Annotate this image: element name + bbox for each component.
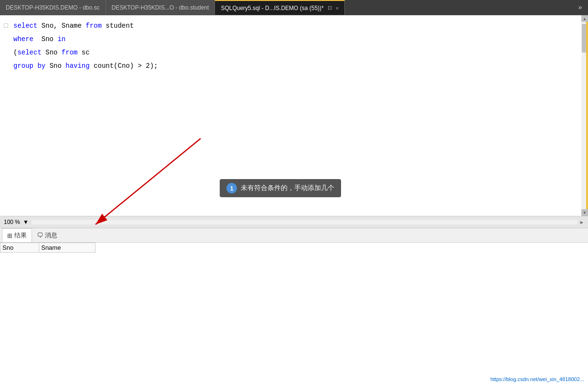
results-area[interactable]: Sno Sname	[0, 243, 588, 383]
results-section: ⊞ 结果 🗨 消息 Sno Sname	[0, 228, 588, 383]
messages-tab-label: 消息	[45, 231, 57, 240]
scrollbar-track	[581, 22, 588, 209]
code-line-2: where Sno in	[4, 32, 581, 46]
tab-close-icon[interactable]: ⊡	[328, 5, 332, 11]
tab-student-label: DESKTOP-H35KDIS...O - dbo.student	[112, 4, 209, 11]
tab-student[interactable]: DESKTOP-H35KDIS...O - dbo.student	[106, 0, 215, 15]
tab-pin-icon[interactable]: ×	[336, 5, 339, 11]
results-tab-label: 结果	[14, 231, 27, 240]
zoom-dropdown-arrow[interactable]: ▼	[22, 219, 30, 225]
zoom-label: 100 %	[4, 219, 20, 225]
code-line-4: group by Sno having count(Cno) > 2);	[4, 59, 581, 73]
results-tab-bar: ⊞ 结果 🗨 消息	[0, 228, 588, 243]
tab-messages[interactable]: 🗨 消息	[32, 228, 62, 242]
gutter-1: □	[4, 19, 13, 32]
main-window: DESKTOP-H35KDIS.DEMO - dbo.sc DESKTOP-H3…	[0, 0, 588, 383]
tab-bar-right: »	[577, 4, 588, 11]
yellow-bar	[586, 22, 588, 209]
horizontal-scrollbar[interactable]	[32, 220, 577, 224]
annotation-badge: 1	[226, 183, 237, 193]
tab-scroll-right-icon[interactable]: »	[577, 4, 584, 11]
gutter-4	[4, 59, 13, 73]
gutter-3	[4, 46, 13, 59]
tab-sqlquery-label: SQLQuery5.sql - D...IS.DEMO (sa (55))*	[221, 5, 323, 11]
tab-bar: DESKTOP-H35KDIS.DEMO - dbo.sc DESKTOP-H3…	[0, 0, 588, 15]
editor-scrollbar: ▲ ▼	[581, 15, 588, 216]
code-line-1: □ select Sno, Sname from student	[4, 19, 581, 32]
table-header-row: Sno Sname	[0, 243, 96, 253]
tab-results[interactable]: ⊞ 结果	[2, 228, 32, 242]
status-bar: 100 % ▼ ►	[0, 216, 588, 228]
scrollbar-up-arrow[interactable]: ▲	[581, 15, 588, 22]
tab-sc-label: DESKTOP-H35KDIS.DEMO - dbo.sc	[6, 4, 100, 11]
hscroll-right-icon[interactable]: ►	[579, 220, 584, 225]
tab-sqlquery[interactable]: SQLQuery5.sql - D...IS.DEMO (sa (55))* ⊡…	[215, 0, 345, 15]
col-sno: Sno	[0, 243, 39, 253]
code-line-3: (select Sno from sc	[4, 46, 581, 59]
col-sname: Sname	[39, 243, 96, 253]
annotation-text: 未有符合条件的，手动添加几个	[241, 184, 334, 192]
results-table: Sno Sname	[0, 243, 96, 253]
scrollbar-down-arrow[interactable]: ▼	[581, 209, 588, 216]
annotation-tooltip: 1 未有符合条件的，手动添加几个	[220, 179, 341, 197]
grid-icon: ⊞	[7, 232, 12, 239]
gutter-2	[4, 32, 13, 46]
tab-sc[interactable]: DESKTOP-H35KDIS.DEMO - dbo.sc	[0, 0, 106, 15]
message-icon: 🗨	[37, 232, 43, 239]
bottom-link[interactable]: https://blog.csdn.net/wei_xin_4818002...	[491, 376, 584, 382]
